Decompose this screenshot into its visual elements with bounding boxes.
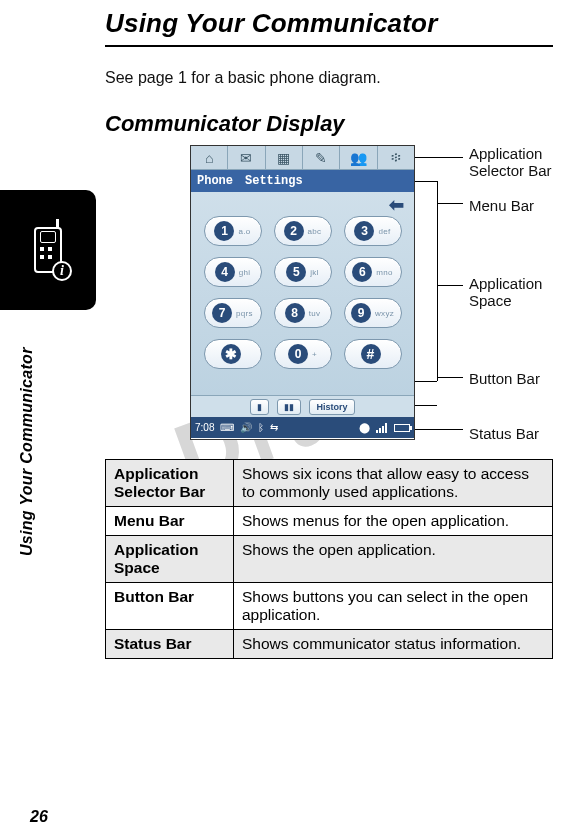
- table-row: Application SpaceShows the open applicat…: [106, 536, 553, 583]
- callout-app-selector: Application Selector Bar: [469, 145, 552, 180]
- table-row: Status BarShows communicator status info…: [106, 630, 553, 659]
- phone-icon: i: [34, 227, 62, 273]
- intro-text: See page 1 for a basic phone diagram.: [105, 69, 553, 87]
- appsel-mail-icon[interactable]: ✉: [228, 146, 265, 169]
- alert-icon: ⬤: [359, 422, 370, 433]
- bluetooth-icon: ᛒ: [258, 422, 264, 433]
- volume-icon: 🔊: [240, 422, 252, 433]
- page-title: Using Your Communicator: [105, 8, 553, 39]
- callout-status-bar: Status Bar: [469, 425, 539, 442]
- key-4[interactable]: 4ghi: [204, 257, 262, 287]
- appsel-more-icon[interactable]: ፨: [378, 146, 414, 169]
- sync-icon: ⇆: [270, 422, 278, 433]
- side-tab: i: [0, 190, 96, 310]
- menu-bar: Phone Settings: [191, 170, 414, 192]
- key-3[interactable]: 3def: [344, 216, 402, 246]
- application-space: ⬅ 1a.o 2abc 3def 4ghi 5jkl 6mno 7pqrs 8t…: [191, 192, 414, 395]
- definition-term: Menu Bar: [106, 507, 234, 536]
- menu-settings[interactable]: Settings: [245, 174, 303, 188]
- callout-button-bar: Button Bar: [469, 370, 540, 387]
- buttonbar-history[interactable]: History: [309, 399, 354, 415]
- definitions-table: Application Selector BarShows six icons …: [105, 459, 553, 659]
- appsel-notes-icon[interactable]: ✎: [303, 146, 340, 169]
- appsel-contacts-icon[interactable]: 👥: [340, 146, 377, 169]
- device-screenshot: ⌂ ✉ ▦ ✎ 👥 ፨ Phone Settings ⬅ 1a.o 2abc 3…: [190, 145, 415, 440]
- back-icon[interactable]: ⬅: [389, 194, 404, 216]
- buttonbar-contact[interactable]: ▮: [250, 399, 269, 415]
- keyboard-icon: ⌨: [220, 422, 234, 433]
- appsel-apps-icon[interactable]: ▦: [266, 146, 303, 169]
- key-6[interactable]: 6mno: [344, 257, 402, 287]
- battery-icon: [394, 424, 410, 432]
- status-bar: 7:08 ⌨ 🔊 ᛒ ⇆ ⬤: [191, 417, 414, 438]
- key-hash[interactable]: #: [344, 339, 402, 369]
- signal-icon: [376, 423, 388, 433]
- callout-app-space: Application Space: [469, 275, 542, 310]
- title-rule: [105, 45, 553, 47]
- section-heading: Communicator Display: [105, 111, 553, 137]
- definition-desc: Shows the open application.: [234, 536, 553, 583]
- callout-menu-bar: Menu Bar: [469, 197, 534, 214]
- appsel-home-icon[interactable]: ⌂: [191, 146, 228, 169]
- button-bar: ▮ ▮▮ History: [191, 395, 414, 417]
- menu-phone[interactable]: Phone: [197, 174, 233, 188]
- definition-term: Application Space: [106, 536, 234, 583]
- figure: ⌂ ✉ ▦ ✎ 👥 ፨ Phone Settings ⬅ 1a.o 2abc 3…: [105, 145, 553, 453]
- key-9[interactable]: 9wxyz: [344, 298, 402, 328]
- definition-desc: Shows six icons that allow easy to acces…: [234, 460, 553, 507]
- key-7[interactable]: 7pqrs: [204, 298, 262, 328]
- definition-term: Status Bar: [106, 630, 234, 659]
- table-row: Button BarShows buttons you can select i…: [106, 583, 553, 630]
- definition-term: Application Selector Bar: [106, 460, 234, 507]
- page: Using Your Communicator See page 1 for a…: [0, 0, 583, 838]
- definition-desc: Shows buttons you can select in the open…: [234, 583, 553, 630]
- definition-term: Button Bar: [106, 583, 234, 630]
- table-row: Application Selector BarShows six icons …: [106, 460, 553, 507]
- buttonbar-camera[interactable]: ▮▮: [277, 399, 301, 415]
- app-selector-bar: ⌂ ✉ ▦ ✎ 👥 ፨: [191, 146, 414, 170]
- key-1[interactable]: 1a.o: [204, 216, 262, 246]
- table-row: Menu BarShows menus for the open applica…: [106, 507, 553, 536]
- definition-desc: Shows communicator status information.: [234, 630, 553, 659]
- definition-desc: Shows menus for the open application.: [234, 507, 553, 536]
- status-time: 7:08: [195, 422, 214, 433]
- key-star[interactable]: ✱: [204, 339, 262, 369]
- key-5[interactable]: 5jkl: [274, 257, 332, 287]
- key-8[interactable]: 8tuv: [274, 298, 332, 328]
- page-number: 26: [30, 808, 48, 826]
- key-0[interactable]: 0+: [274, 339, 332, 369]
- key-2[interactable]: 2abc: [274, 216, 332, 246]
- info-badge-icon: i: [52, 261, 72, 281]
- side-label: Using Your Communicator: [18, 347, 36, 556]
